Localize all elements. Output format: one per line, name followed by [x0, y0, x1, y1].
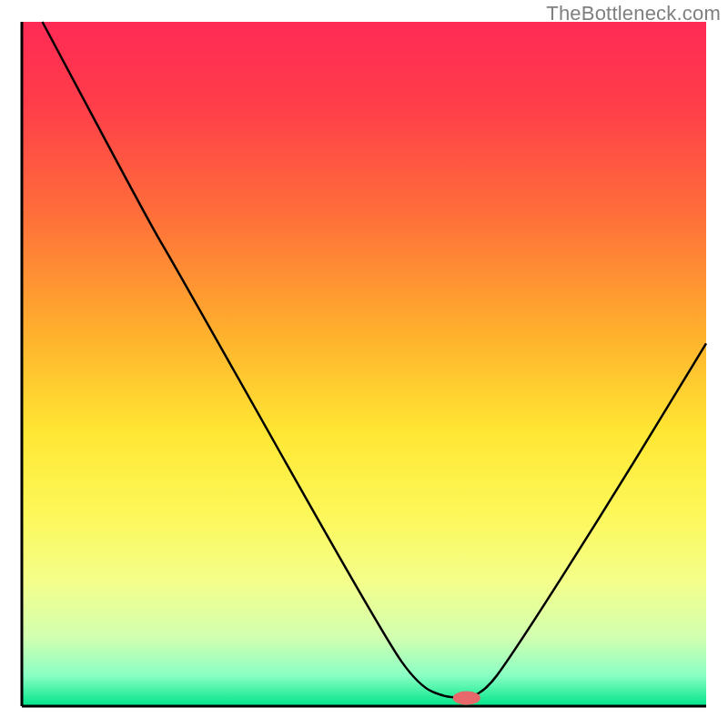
- watermark-text: TheBottleneck.com: [546, 2, 721, 25]
- chart-container: { "watermark": "TheBottleneck.com", "cha…: [0, 0, 728, 728]
- bottleneck-chart: [0, 0, 728, 728]
- optimal-marker: [453, 691, 480, 704]
- gradient-background: [22, 22, 706, 706]
